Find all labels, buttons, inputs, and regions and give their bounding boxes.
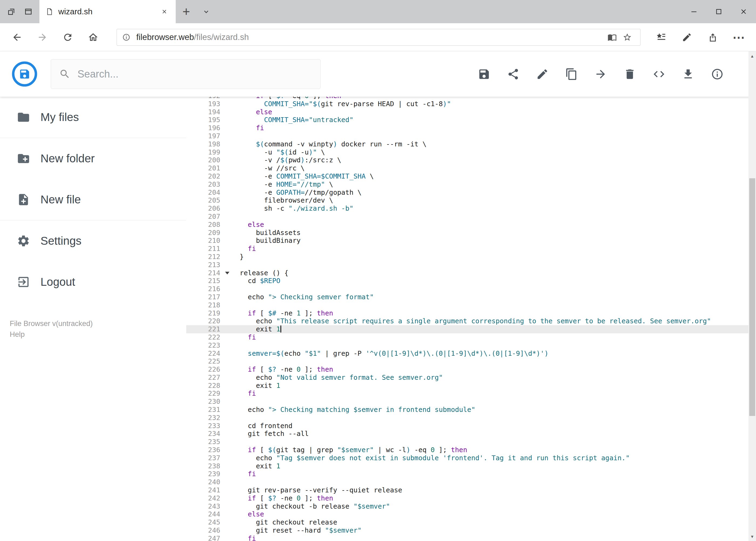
scrollbar-thumb[interactable] — [749, 178, 755, 416]
code-line[interactable]: 221 exit 1 — [186, 325, 748, 333]
reading-view-button[interactable] — [605, 30, 620, 45]
code-line[interactable]: 244 else — [186, 510, 748, 518]
sidebar-item-my-files[interactable]: My files — [0, 97, 186, 138]
rename-button[interactable] — [536, 68, 549, 81]
share-page-button[interactable] — [700, 26, 726, 49]
site-info-icon[interactable] — [122, 33, 130, 41]
code-line[interactable]: 217 echo "> Checking semver format" — [186, 293, 748, 301]
code-line[interactable]: 227 echo "Not valid semver format. See s… — [186, 373, 748, 382]
code-line[interactable]: 214release () { — [186, 269, 748, 277]
code-line[interactable]: 218 — [186, 301, 748, 309]
code-line[interactable]: 225 — [186, 357, 748, 365]
share-button[interactable] — [507, 68, 520, 81]
code-line[interactable]: 212} — [186, 253, 748, 261]
code-line[interactable]: 229 fi — [186, 389, 748, 397]
code-line[interactable]: 207 — [186, 213, 748, 221]
address-bar[interactable]: filebrowser.web/files/wizard.sh — [117, 29, 640, 46]
minimize-button[interactable] — [681, 0, 706, 23]
code-line[interactable]: 210 buildBinary — [186, 237, 748, 245]
set-tabs-aside-button[interactable] — [4, 3, 18, 20]
code-line[interactable]: 247 fi — [186, 535, 748, 541]
code-line[interactable]: 233 cd frontend — [186, 422, 748, 430]
code-line[interactable]: 197 — [186, 132, 748, 140]
sidebar-item-settings[interactable]: Settings — [0, 221, 186, 262]
sidebar-item-logout[interactable]: Logout — [0, 262, 186, 302]
code-line[interactable]: 202 -e COMMIT_SHA=$COMMIT_SHA \ — [186, 172, 748, 181]
back-button[interactable] — [4, 26, 30, 49]
code-line[interactable]: 216 — [186, 285, 748, 293]
download-button[interactable] — [682, 68, 694, 81]
code-line[interactable]: 230 — [186, 397, 748, 406]
favorites-hub-button[interactable] — [648, 26, 674, 49]
code-line[interactable]: 224 semver=$(echo "$1" | grep -P '^v(0|[… — [186, 349, 748, 357]
refresh-button[interactable] — [55, 26, 81, 49]
search-input[interactable] — [78, 68, 312, 80]
add-favorite-button[interactable] — [620, 30, 635, 45]
code-line[interactable]: 241 git rev-parse --verify --quiet relea… — [186, 486, 748, 494]
code-line[interactable]: 238 exit 1 — [186, 462, 748, 470]
new-tab-button[interactable]: + — [176, 0, 197, 23]
tab-preview-button[interactable] — [197, 0, 216, 23]
code-line[interactable]: 208 else — [186, 221, 748, 229]
scroll-down-arrow[interactable]: ▼ — [748, 532, 756, 540]
code-line[interactable]: 239 fi — [186, 470, 748, 478]
code-line[interactable]: 219 if [ $# -ne 1 ]; then — [186, 309, 748, 317]
code-editor[interactable]: 192 if [ $? -eq 0 ]; then193 COMMIT_SHA=… — [186, 97, 748, 541]
code-line[interactable]: 192 if [ $? -eq 0 ]; then — [186, 97, 748, 100]
search-box[interactable] — [51, 59, 321, 89]
code-line[interactable]: 228 exit 1 — [186, 382, 748, 390]
code-line[interactable]: 194 else — [186, 108, 748, 116]
code-line[interactable]: 237 echo "Tag $semver does not exist in … — [186, 454, 748, 462]
code-line[interactable]: 199 -u "$(id -u)" \ — [186, 148, 748, 156]
fold-arrow-icon[interactable] — [225, 272, 229, 274]
code-line[interactable]: 234 git fetch --all — [186, 430, 748, 438]
code-line[interactable]: 215 cd $REPO — [186, 277, 748, 285]
help-link[interactable]: Help — [10, 329, 93, 340]
forward-button[interactable] — [30, 26, 55, 49]
browser-menu-button[interactable]: ⋯ — [726, 26, 752, 49]
sidebar-item-new-file[interactable]: New file — [0, 179, 186, 220]
page-scrollbar[interactable]: ▲ ▼ — [748, 51, 756, 541]
info-button[interactable] — [711, 68, 724, 81]
code-line[interactable]: 240 — [186, 478, 748, 486]
save-button[interactable] — [478, 68, 490, 81]
code-line[interactable]: 205 filebrowser/dev \ — [186, 196, 748, 205]
code-line[interactable]: 231 echo "> Checking matching $semver in… — [186, 406, 748, 414]
web-notes-button[interactable] — [674, 26, 700, 49]
code-line[interactable]: 235 — [186, 438, 748, 446]
code-line[interactable]: 204 -e GOPATH=//tmp/gopath \ — [186, 189, 748, 197]
code-line[interactable]: 203 -e HOME="//tmp" \ — [186, 181, 748, 189]
sidebar-item-new-folder[interactable]: New folder — [0, 138, 186, 179]
code-line[interactable]: 195 COMMIT_SHA="untracked" — [186, 116, 748, 124]
home-button[interactable] — [81, 26, 106, 49]
code-line[interactable]: 222 fi — [186, 333, 748, 341]
code-line[interactable]: 200 -v /$(pwd):/src:z \ — [186, 156, 748, 164]
code-line[interactable]: 226 if [ $? -ne 0 ]; then — [186, 365, 748, 373]
browser-tab[interactable]: wizard.sh — [39, 0, 176, 23]
code-line[interactable]: 220 echo "This release script requires a… — [186, 317, 748, 325]
code-line[interactable]: 246 git reset --hard "$semver" — [186, 526, 748, 535]
code-line[interactable]: 196 fi — [186, 124, 748, 132]
code-line[interactable]: 245 git checkout release — [186, 518, 748, 526]
copy-button[interactable] — [565, 68, 578, 81]
maximize-button[interactable] — [706, 0, 731, 23]
code-line[interactable]: 242 if [ $? -ne 0 ]; then — [186, 494, 748, 502]
code-line[interactable]: 243 git checkout -b release "$semver" — [186, 502, 748, 510]
tab-close-button[interactable] — [159, 6, 170, 17]
scroll-up-arrow[interactable]: ▲ — [748, 52, 756, 60]
tabs-set-aside-list-button[interactable] — [21, 3, 36, 20]
code-line[interactable]: 223 — [186, 341, 748, 349]
code-line[interactable]: 193 COMMIT_SHA="$(git rev-parse HEAD | c… — [186, 100, 748, 108]
delete-button[interactable] — [624, 68, 636, 81]
move-button[interactable] — [594, 68, 607, 81]
code-line[interactable]: 213 — [186, 261, 748, 269]
code-line[interactable]: 209 buildAssets — [186, 229, 748, 237]
code-line[interactable]: 211 fi — [186, 245, 748, 253]
code-line[interactable]: 206 sh -c "./wizard.sh -b" — [186, 205, 748, 213]
raw-code-button[interactable] — [652, 68, 665, 81]
close-window-button[interactable] — [731, 0, 756, 23]
code-line[interactable]: 232 — [186, 414, 748, 422]
code-line[interactable]: 201 -w //src \ — [186, 164, 748, 172]
code-line[interactable]: 236 if [ $(git tag | grep "$semver" | wc… — [186, 446, 748, 454]
code-line[interactable]: 198 $(command -v winpty) docker run --rm… — [186, 140, 748, 148]
